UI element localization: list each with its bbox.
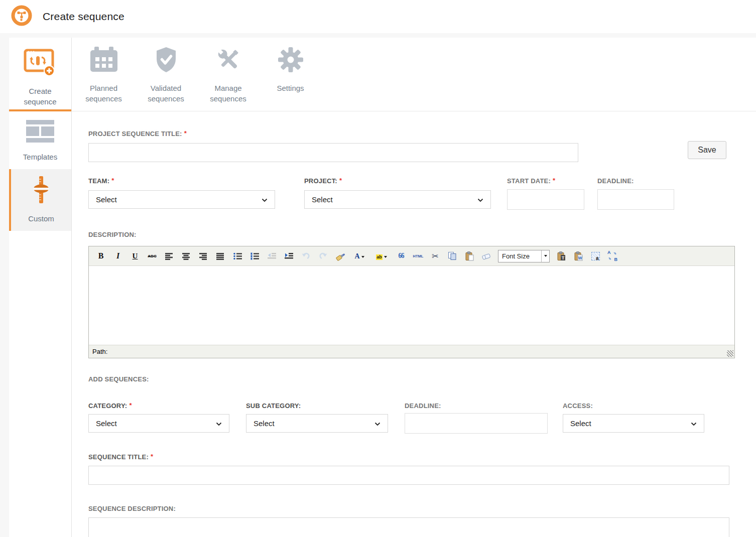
chevron-down-icon [361, 256, 364, 258]
project-select[interactable]: Select [304, 190, 491, 209]
required-marker: * [339, 177, 342, 184]
sequence-title-input[interactable] [88, 466, 729, 485]
editor-toolbar: B I U ABC [89, 246, 734, 266]
html-source-icon[interactable]: HTML [413, 250, 424, 262]
start-date-input[interactable] [507, 189, 584, 210]
access-select[interactable]: Select [563, 414, 704, 433]
paste-as-text-icon[interactable]: T [556, 250, 567, 262]
chevron-down-icon [541, 250, 549, 262]
sub-category-select[interactable]: Select [246, 414, 388, 433]
sub-category-label: SUB CATEGORY: [246, 402, 301, 410]
resize-grip[interactable] [727, 350, 733, 357]
chevron-down-icon [262, 195, 268, 204]
nav-item-label: Settings [277, 83, 304, 93]
sequence-deadline-label: DEADLINE: [405, 402, 441, 410]
deadline-input[interactable] [597, 189, 674, 210]
category-select-value: Select [96, 419, 216, 428]
team-label: TEAM:* [88, 177, 114, 185]
editor-status-bar: Path: [89, 345, 734, 358]
custom-icon [31, 176, 52, 207]
project-sequence-title-label: PROJECT SEQUENCE TITLE:* [88, 130, 187, 138]
sidebar-item-label: Create sequence [15, 86, 65, 107]
italic-icon[interactable]: I [112, 250, 123, 262]
underline-icon[interactable]: U [130, 250, 141, 262]
sidebar-item-templates[interactable]: Templates [9, 111, 71, 169]
nav-item-validated-sequences[interactable]: Validated sequences [137, 38, 195, 111]
required-marker: * [111, 177, 114, 184]
sequence-deadline-input[interactable] [405, 413, 548, 434]
cut-icon[interactable]: ✂ [430, 250, 441, 262]
chevron-down-icon [477, 195, 483, 204]
font-size-value: Font Size [498, 252, 541, 260]
start-date-label: START DATE:* [507, 177, 555, 185]
team-select-value: Select [96, 195, 262, 204]
sequence-description-input[interactable] [88, 517, 729, 537]
nav-item-label: Validated sequences [137, 83, 195, 104]
text-color-icon[interactable]: A [351, 250, 367, 262]
project-sequence-title-input[interactable] [88, 143, 578, 162]
description-rich-text-editor: B I U ABC [88, 246, 735, 358]
sequence-description-label: SEQUENCE DESCRIPTION: [88, 505, 176, 512]
svg-text:W: W [578, 255, 582, 260]
category-label: CATEGORY:* [88, 402, 132, 410]
highlight-color-icon[interactable]: ab [373, 250, 390, 262]
format-painter-icon[interactable] [334, 250, 345, 262]
copy-icon[interactable] [447, 250, 458, 262]
align-center-icon[interactable] [181, 250, 192, 262]
chevron-down-icon [691, 419, 697, 428]
blockquote-icon[interactable]: 66 [396, 250, 407, 262]
save-button[interactable]: Save [688, 141, 726, 159]
page-title: Create sequence [43, 11, 124, 23]
required-marker: * [184, 129, 187, 137]
team-select[interactable]: Select [88, 190, 275, 209]
unordered-list-icon[interactable] [232, 250, 243, 262]
chevron-down-icon [374, 419, 381, 428]
deadline-label: DEADLINE: [597, 177, 634, 185]
sidebar-item-label: Templates [15, 152, 65, 162]
required-marker: * [553, 177, 555, 184]
sub-category-select-value: Select [254, 419, 374, 428]
sidebar: Create sequence Templates [9, 38, 72, 537]
sidebar-item-custom[interactable]: Custom [9, 169, 71, 231]
nav-item-planned-sequences[interactable]: Planned sequences [75, 38, 133, 111]
nav-item-label: Manage sequences [199, 83, 257, 104]
sidebar-item-create-sequence[interactable]: Create sequence [9, 38, 71, 111]
description-editor-body[interactable] [89, 266, 734, 345]
sidebar-item-label: Custom [16, 213, 66, 224]
sequence-title-label: SEQUENCE TITLE:* [88, 453, 153, 461]
align-left-icon[interactable] [164, 250, 175, 262]
remove-format-icon[interactable] [481, 250, 492, 262]
bold-icon[interactable]: B [95, 250, 106, 262]
select-all-icon[interactable]: a [590, 250, 601, 262]
calendar-icon [90, 47, 117, 75]
category-select[interactable]: Select [88, 414, 229, 433]
font-size-dropdown[interactable]: Font Size [498, 250, 550, 262]
nav-item-manage-sequences[interactable]: Manage sequences [199, 38, 257, 111]
nav-item-settings[interactable]: Settings [262, 38, 319, 111]
justify-icon[interactable] [215, 250, 226, 262]
undo-icon[interactable] [300, 250, 311, 262]
access-label: ACCESS: [563, 402, 593, 410]
replace-icon[interactable]: A B [607, 250, 618, 262]
strikethrough-icon[interactable]: ABC [147, 250, 158, 262]
add-sequences-label: ADD SEQUENCES: [88, 375, 149, 383]
svg-text:T: T [561, 255, 564, 260]
align-right-icon[interactable] [198, 250, 209, 262]
gear-icon [278, 47, 304, 75]
app-header: Create sequence [0, 0, 756, 33]
chevron-down-icon [216, 419, 222, 428]
required-marker: * [151, 453, 153, 460]
indent-icon[interactable] [283, 250, 294, 262]
outdent-icon[interactable] [266, 250, 277, 262]
redo-icon[interactable] [317, 250, 328, 262]
paste-icon[interactable] [464, 250, 475, 262]
ordered-list-icon[interactable] [249, 250, 260, 262]
description-label: DESCRIPTION: [88, 231, 137, 238]
create-sequence-form: PROJECT SEQUENCE TITLE:* Save TEAM:* Sel… [72, 111, 756, 537]
access-select-value: Select [570, 419, 691, 428]
nav-item-label: Planned sequences [75, 83, 133, 104]
chevron-down-icon [384, 256, 387, 258]
editor-path-label: Path: [92, 348, 107, 355]
shield-check-icon [155, 47, 178, 75]
paste-from-word-icon[interactable]: W [573, 250, 584, 262]
